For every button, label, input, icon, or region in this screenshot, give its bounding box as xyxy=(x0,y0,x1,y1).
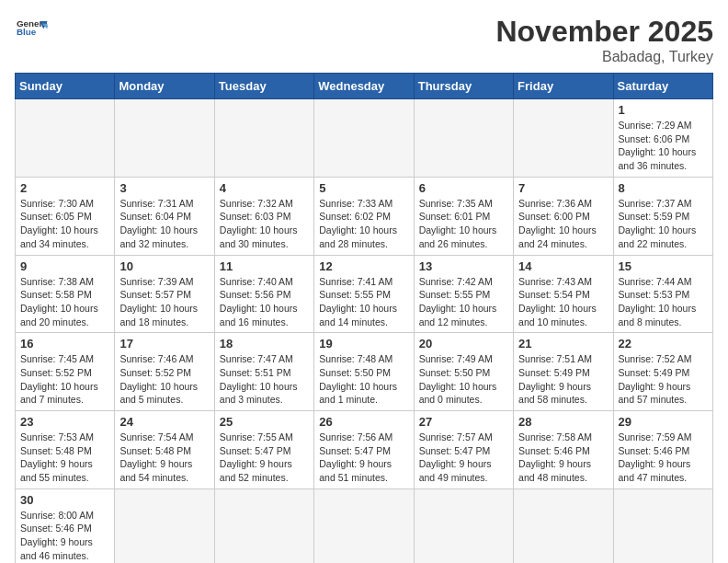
calendar-cell: 13Sunrise: 7:42 AMSunset: 5:55 PMDayligh… xyxy=(414,255,513,333)
cell-info: Sunrise: 7:51 AMSunset: 5:49 PMDaylight:… xyxy=(518,352,608,407)
weekday-header-row: SundayMondayTuesdayWednesdayThursdayFrid… xyxy=(16,74,713,99)
day-number: 9 xyxy=(20,259,109,273)
cell-info: Sunrise: 7:44 AMSunset: 5:53 PMDaylight:… xyxy=(619,275,708,329)
weekday-header-friday: Friday xyxy=(514,74,613,99)
calendar-cell: 22Sunrise: 7:52 AMSunset: 5:49 PMDayligh… xyxy=(613,333,712,411)
calendar-cell xyxy=(314,99,414,178)
cell-info: Sunrise: 7:36 AMSunset: 6:00 PMDaylight:… xyxy=(518,197,608,251)
cell-info: Sunrise: 7:54 AMSunset: 5:48 PMDaylight:… xyxy=(119,431,209,485)
cell-info: Sunrise: 7:58 AMSunset: 5:46 PMDaylight:… xyxy=(518,431,608,485)
calendar-cell: 7Sunrise: 7:36 AMSunset: 6:00 PMDaylight… xyxy=(514,177,613,255)
calendar-cell: 16Sunrise: 7:45 AMSunset: 5:52 PMDayligh… xyxy=(16,333,115,411)
calendar-cell: 5Sunrise: 7:33 AMSunset: 6:02 PMDaylight… xyxy=(314,177,414,255)
weekday-header-tuesday: Tuesday xyxy=(214,74,313,99)
calendar-cell xyxy=(613,488,712,563)
weekday-header-monday: Monday xyxy=(115,74,214,99)
day-number: 25 xyxy=(220,415,309,429)
calendar-cell: 14Sunrise: 7:43 AMSunset: 5:54 PMDayligh… xyxy=(514,255,613,333)
weekday-header-sunday: Sunday xyxy=(16,74,115,99)
day-number: 18 xyxy=(220,337,309,350)
month-year-title: November 2025 xyxy=(495,15,713,49)
calendar-cell xyxy=(414,99,513,178)
cell-info: Sunrise: 7:47 AMSunset: 5:51 PMDaylight:… xyxy=(220,352,309,407)
calendar-cell xyxy=(115,488,214,563)
day-number: 4 xyxy=(220,181,309,195)
calendar-cell: 10Sunrise: 7:39 AMSunset: 5:57 PMDayligh… xyxy=(115,255,214,333)
cell-info: Sunrise: 7:39 AMSunset: 5:57 PMDaylight:… xyxy=(119,275,209,329)
calendar-cell: 18Sunrise: 7:47 AMSunset: 5:51 PMDayligh… xyxy=(214,333,313,411)
cell-info: Sunrise: 7:30 AMSunset: 6:05 PMDaylight:… xyxy=(20,197,109,251)
calendar-cell: 24Sunrise: 7:54 AMSunset: 5:48 PMDayligh… xyxy=(115,411,214,489)
cell-info: Sunrise: 7:37 AMSunset: 5:59 PMDaylight:… xyxy=(619,197,708,251)
logo: General Blue xyxy=(15,15,48,40)
day-number: 24 xyxy=(119,415,209,429)
cell-info: Sunrise: 7:53 AMSunset: 5:48 PMDaylight:… xyxy=(20,431,109,485)
calendar-cell: 8Sunrise: 7:37 AMSunset: 5:59 PMDaylight… xyxy=(613,177,712,255)
cell-info: Sunrise: 7:46 AMSunset: 5:52 PMDaylight:… xyxy=(119,352,209,407)
cell-info: Sunrise: 7:38 AMSunset: 5:58 PMDaylight:… xyxy=(20,275,109,329)
day-number: 19 xyxy=(319,337,408,350)
calendar-cell: 21Sunrise: 7:51 AMSunset: 5:49 PMDayligh… xyxy=(514,333,613,411)
calendar-week-row: 1Sunrise: 7:29 AMSunset: 6:06 PMDaylight… xyxy=(16,99,713,178)
day-number: 16 xyxy=(20,337,109,350)
calendar-week-row: 16Sunrise: 7:45 AMSunset: 5:52 PMDayligh… xyxy=(16,333,713,411)
cell-info: Sunrise: 7:31 AMSunset: 6:04 PMDaylight:… xyxy=(119,197,209,251)
day-number: 26 xyxy=(319,415,408,429)
calendar-week-row: 9Sunrise: 7:38 AMSunset: 5:58 PMDaylight… xyxy=(16,255,713,333)
calendar-cell: 25Sunrise: 7:55 AMSunset: 5:47 PMDayligh… xyxy=(214,411,313,489)
calendar-cell: 23Sunrise: 7:53 AMSunset: 5:48 PMDayligh… xyxy=(16,411,115,489)
title-section: November 2025 Babadag, Turkey xyxy=(495,15,713,65)
cell-info: Sunrise: 7:59 AMSunset: 5:46 PMDaylight:… xyxy=(619,431,708,485)
day-number: 7 xyxy=(518,181,608,195)
cell-info: Sunrise: 7:32 AMSunset: 6:03 PMDaylight:… xyxy=(220,197,309,251)
cell-info: Sunrise: 7:48 AMSunset: 5:50 PMDaylight:… xyxy=(319,352,408,407)
day-number: 13 xyxy=(419,259,508,273)
calendar-cell: 12Sunrise: 7:41 AMSunset: 5:55 PMDayligh… xyxy=(314,255,414,333)
generalblue-logo-icon: General Blue xyxy=(15,15,48,40)
cell-info: Sunrise: 7:49 AMSunset: 5:50 PMDaylight:… xyxy=(419,352,508,407)
calendar-cell: 27Sunrise: 7:57 AMSunset: 5:47 PMDayligh… xyxy=(414,411,513,489)
day-number: 5 xyxy=(319,181,408,195)
calendar-cell: 9Sunrise: 7:38 AMSunset: 5:58 PMDaylight… xyxy=(16,255,115,333)
day-number: 28 xyxy=(518,415,608,429)
svg-text:Blue: Blue xyxy=(17,27,37,37)
cell-info: Sunrise: 7:52 AMSunset: 5:49 PMDaylight:… xyxy=(619,352,708,407)
day-number: 2 xyxy=(20,181,109,195)
cell-info: Sunrise: 7:42 AMSunset: 5:55 PMDaylight:… xyxy=(419,275,508,329)
day-number: 17 xyxy=(119,337,209,350)
day-number: 21 xyxy=(518,337,608,350)
day-number: 14 xyxy=(518,259,608,273)
calendar-week-row: 23Sunrise: 7:53 AMSunset: 5:48 PMDayligh… xyxy=(16,411,713,489)
day-number: 10 xyxy=(119,259,209,273)
calendar-cell: 30Sunrise: 8:00 AMSunset: 5:46 PMDayligh… xyxy=(16,488,115,563)
calendar-cell: 28Sunrise: 7:58 AMSunset: 5:46 PMDayligh… xyxy=(514,411,613,489)
calendar-cell: 17Sunrise: 7:46 AMSunset: 5:52 PMDayligh… xyxy=(115,333,214,411)
calendar-cell: 19Sunrise: 7:48 AMSunset: 5:50 PMDayligh… xyxy=(314,333,414,411)
cell-info: Sunrise: 7:29 AMSunset: 6:06 PMDaylight:… xyxy=(619,119,708,173)
calendar-cell xyxy=(214,99,313,178)
cell-info: Sunrise: 7:33 AMSunset: 6:02 PMDaylight:… xyxy=(319,197,408,251)
day-number: 23 xyxy=(20,415,109,429)
location-subtitle: Babadag, Turkey xyxy=(495,49,713,65)
calendar-table: SundayMondayTuesdayWednesdayThursdayFrid… xyxy=(15,73,713,563)
cell-info: Sunrise: 7:45 AMSunset: 5:52 PMDaylight:… xyxy=(20,352,109,407)
calendar-cell xyxy=(514,488,613,563)
cell-info: Sunrise: 8:00 AMSunset: 5:46 PMDaylight:… xyxy=(20,509,109,563)
calendar-cell: 11Sunrise: 7:40 AMSunset: 5:56 PMDayligh… xyxy=(214,255,313,333)
day-number: 20 xyxy=(419,337,508,350)
day-number: 1 xyxy=(619,103,708,117)
cell-info: Sunrise: 7:43 AMSunset: 5:54 PMDaylight:… xyxy=(518,275,608,329)
calendar-cell: 6Sunrise: 7:35 AMSunset: 6:01 PMDaylight… xyxy=(414,177,513,255)
calendar-week-row: 2Sunrise: 7:30 AMSunset: 6:05 PMDaylight… xyxy=(16,177,713,255)
calendar-cell: 15Sunrise: 7:44 AMSunset: 5:53 PMDayligh… xyxy=(613,255,712,333)
day-number: 27 xyxy=(419,415,508,429)
weekday-header-wednesday: Wednesday xyxy=(314,74,414,99)
cell-info: Sunrise: 7:35 AMSunset: 6:01 PMDaylight:… xyxy=(419,197,508,251)
calendar-cell xyxy=(214,488,313,563)
cell-info: Sunrise: 7:40 AMSunset: 5:56 PMDaylight:… xyxy=(220,275,309,329)
calendar-cell xyxy=(314,488,414,563)
calendar-cell: 3Sunrise: 7:31 AMSunset: 6:04 PMDaylight… xyxy=(115,177,214,255)
calendar-cell: 26Sunrise: 7:56 AMSunset: 5:47 PMDayligh… xyxy=(314,411,414,489)
day-number: 15 xyxy=(619,259,708,273)
cell-info: Sunrise: 7:57 AMSunset: 5:47 PMDaylight:… xyxy=(419,431,508,485)
